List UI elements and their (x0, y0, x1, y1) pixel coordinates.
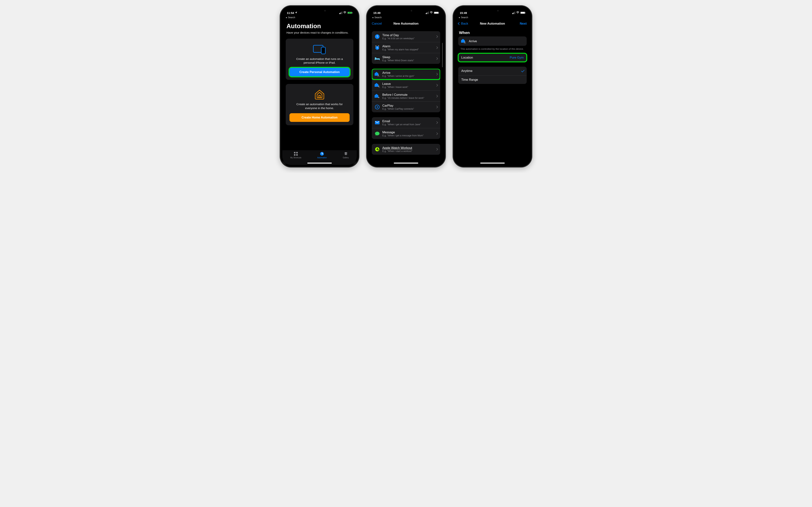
svg-point-21 (464, 42, 465, 43)
screen-new-automation-triggers: 15:49 Search Cancel New Automation (369, 8, 443, 165)
gallery-icon (344, 152, 348, 156)
notch (478, 8, 507, 13)
battery-charging-icon: ⚡︎ (347, 12, 352, 14)
chevron-right-icon (436, 57, 438, 60)
next-button[interactable]: Next (513, 22, 527, 25)
arrive-icon (461, 39, 466, 44)
chevron-right-icon (436, 132, 438, 135)
workout-icon (374, 147, 380, 152)
trigger-group-time: Time of DayE.g. "At 8:00 am on weekdays"… (372, 31, 440, 64)
nav-bar: Back New Automation Next (455, 19, 530, 28)
trigger-email[interactable]: EmailE.g. "When I get an email from Jane… (372, 117, 440, 128)
trigger-apple-watch-workout[interactable]: Apple Watch WorkoutE.g. "When I start a … (372, 144, 440, 155)
screen-automation: 11:54 ⚡︎ Search Automation Have your dev… (282, 8, 357, 165)
arrive-icon (374, 71, 380, 77)
chevron-left-icon (458, 22, 461, 25)
svg-point-19 (375, 132, 379, 135)
back-to-search[interactable]: Search (455, 16, 530, 19)
notch (305, 8, 334, 13)
svg-rect-5 (294, 154, 296, 156)
chevron-right-icon (436, 105, 438, 109)
shortcuts-icon (294, 152, 298, 156)
page-title: Automation (282, 19, 357, 31)
back-to-search[interactable]: Search (282, 16, 357, 19)
phone-frame-1: 11:54 ⚡︎ Search Automation Have your dev… (280, 6, 359, 167)
tab-my-shortcuts[interactable]: My Shortcuts (290, 152, 301, 159)
svg-rect-4 (296, 152, 298, 154)
wifi-icon (430, 12, 433, 14)
tab-automation[interactable]: Automation (317, 152, 327, 159)
home-indicator[interactable] (480, 163, 505, 164)
chevron-right-icon (436, 148, 438, 151)
location-services-icon (295, 11, 297, 14)
wifi-icon (516, 12, 519, 14)
svg-point-16 (378, 97, 379, 98)
trigger-alarm[interactable]: AlarmE.g. "When my alarm has stopped" (372, 42, 440, 53)
battery-icon (520, 12, 525, 14)
chevron-right-icon (436, 72, 438, 76)
helper-text: This automation is controlled by the loc… (455, 46, 530, 53)
svg-point-14 (378, 74, 379, 76)
clock-icon (374, 34, 380, 40)
location-label: Location (461, 56, 473, 59)
personal-description: Create an automation that runs on a pers… (290, 57, 350, 68)
svg-rect-11 (375, 57, 376, 58)
chevron-right-icon (436, 35, 438, 38)
svg-rect-12 (375, 59, 375, 60)
phone-frame-2: 15:49 Search Cancel New Automation (366, 6, 446, 167)
trigger-before-commute[interactable]: Before I CommuteE.g. "15 minutes before … (372, 91, 440, 101)
section-when-title: When (455, 28, 530, 37)
create-home-automation-button[interactable]: Create Home Automation (290, 113, 350, 122)
trigger-carplay[interactable]: CarPlayE.g. "When CarPlay connects" (372, 101, 440, 112)
cancel-button[interactable]: Cancel (372, 22, 385, 25)
automation-tab-icon (320, 152, 324, 156)
cellular-icon (512, 11, 515, 14)
svg-rect-13 (379, 59, 380, 60)
chevron-right-icon (436, 46, 438, 49)
scrollbar[interactable] (442, 43, 443, 67)
option-anytime[interactable]: Anytime (458, 67, 527, 75)
chevron-right-icon (436, 83, 438, 87)
trigger-list-scroll[interactable]: Time of DayE.g. "At 8:00 am on weekdays"… (369, 28, 443, 165)
chevron-right-icon (436, 95, 438, 98)
cellular-icon (339, 11, 343, 14)
home-indicator[interactable] (307, 163, 332, 164)
leave-icon (374, 82, 380, 88)
back-button[interactable]: Back (458, 22, 471, 25)
chevron-right-icon (436, 121, 438, 124)
tab-gallery[interactable]: Gallery (343, 152, 349, 159)
trigger-sleep[interactable]: SleepE.g. "When Wind Down starts" (372, 53, 440, 64)
checkmark-icon (522, 69, 524, 73)
svg-point-15 (378, 86, 379, 87)
home-description: Create an automation that works for ever… (290, 102, 350, 113)
commute-icon (374, 93, 380, 99)
wifi-icon (343, 12, 346, 14)
phone-frame-3: 15:49 Search Back New Automation Next Wh… (453, 6, 532, 167)
status-time: 15:49 (460, 11, 467, 14)
screen-arrive-config: 15:49 Search Back New Automation Next Wh… (455, 8, 530, 165)
trigger-group-location: ArriveE.g. "When I arrive at the gym" Le… (372, 69, 440, 112)
location-value: Pure Gym (510, 56, 524, 59)
home-indicator[interactable] (394, 163, 418, 164)
page-subtitle: Have your devices react to changes in co… (282, 31, 357, 37)
home-icon (290, 89, 350, 100)
trigger-group-workout: Apple Watch WorkoutE.g. "When I start a … (372, 144, 440, 155)
option-time-range[interactable]: Time Range (458, 75, 527, 84)
trigger-group-communication: EmailE.g. "When I get an email from Jane… (372, 117, 440, 139)
location-row[interactable]: Location Pure Gym (458, 53, 527, 62)
time-options-group: Anytime Time Range (458, 67, 527, 84)
nav-bar: Cancel New Automation (369, 19, 443, 28)
svg-rect-2 (319, 95, 320, 98)
svg-rect-10 (375, 58, 380, 60)
alarm-icon (374, 45, 380, 51)
trigger-arrive[interactable]: ArriveE.g. "When I arrive at the gym" (372, 69, 440, 79)
back-to-search[interactable]: Search (369, 16, 443, 19)
create-personal-automation-button[interactable]: Create Personal Automation (290, 68, 350, 76)
trigger-time-of-day[interactable]: Time of DayE.g. "At 8:00 am on weekdays" (372, 31, 440, 42)
trigger-leave[interactable]: LeaveE.g. "When I leave work" (372, 79, 440, 91)
carplay-icon (374, 104, 380, 110)
trigger-message[interactable]: MessageE.g. "When I get a message from M… (372, 128, 440, 139)
cellular-icon (426, 11, 429, 14)
svg-rect-6 (296, 154, 298, 156)
trigger-name: Arrive (469, 40, 477, 43)
